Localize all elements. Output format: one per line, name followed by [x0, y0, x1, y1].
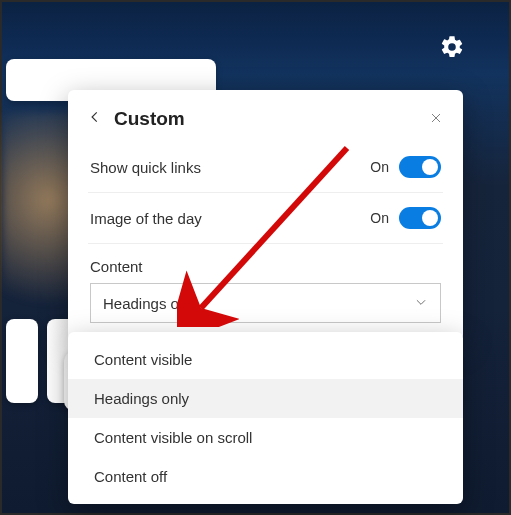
settings-gear-button[interactable] — [439, 34, 465, 60]
chevron-down-icon — [414, 295, 428, 312]
gear-icon — [439, 46, 465, 63]
content-select-value: Headings only — [103, 295, 198, 312]
panel-title: Custom — [114, 108, 185, 130]
image-of-day-label: Image of the day — [90, 210, 202, 227]
chevron-left-icon — [88, 110, 102, 128]
content-option-headings-only[interactable]: Headings only — [68, 379, 463, 418]
desktop-background: Ho Custom Show quick links On Image o — [0, 0, 511, 515]
content-option-visible[interactable]: Content visible — [68, 340, 463, 379]
content-dropdown: Content visible Headings only Content vi… — [68, 332, 463, 504]
content-select[interactable]: Headings only — [90, 283, 441, 323]
panel-header: Custom — [68, 104, 463, 142]
toggle-knob — [422, 159, 438, 175]
content-option-visible-on-scroll[interactable]: Content visible on scroll — [68, 418, 463, 457]
close-icon — [430, 110, 442, 128]
close-button[interactable] — [425, 108, 447, 130]
quick-links-state: On — [370, 159, 389, 175]
row-image-of-day: Image of the day On — [68, 193, 463, 243]
image-of-day-toggle[interactable] — [399, 207, 441, 229]
image-of-day-state: On — [370, 210, 389, 226]
content-section-label: Content — [68, 244, 463, 283]
background-tile — [6, 319, 38, 403]
row-quick-links: Show quick links On — [68, 142, 463, 192]
quick-links-label: Show quick links — [90, 159, 201, 176]
toggle-knob — [422, 210, 438, 226]
content-option-off[interactable]: Content off — [68, 457, 463, 496]
quick-links-toggle[interactable] — [399, 156, 441, 178]
customize-panel: Custom Show quick links On Image of the … — [68, 90, 463, 341]
back-button[interactable] — [84, 108, 106, 130]
